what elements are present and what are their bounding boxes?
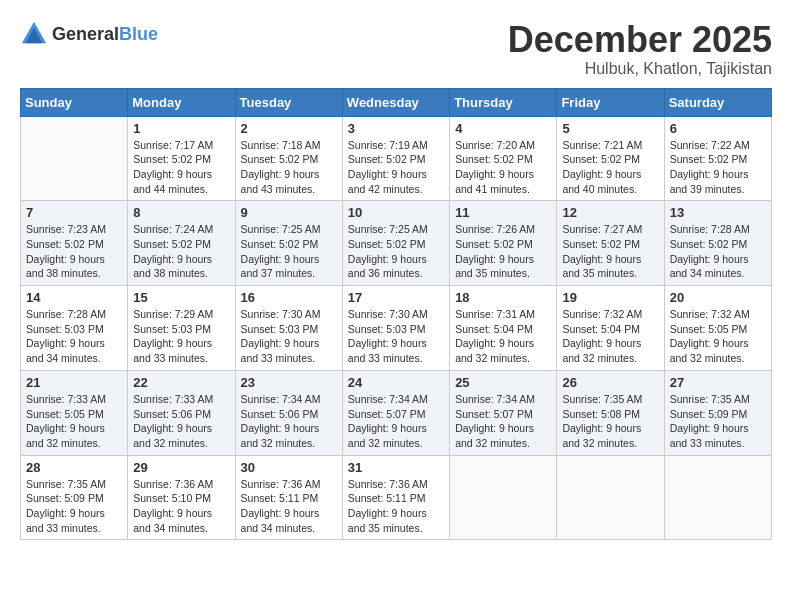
day-info: Sunrise: 7:36 AMSunset: 5:11 PMDaylight:… [241, 477, 337, 536]
day-number: 12 [562, 205, 658, 220]
day-number: 14 [26, 290, 122, 305]
day-info: Sunrise: 7:30 AMSunset: 5:03 PMDaylight:… [241, 307, 337, 366]
day-number: 25 [455, 375, 551, 390]
day-number: 13 [670, 205, 766, 220]
day-info: Sunrise: 7:36 AMSunset: 5:10 PMDaylight:… [133, 477, 229, 536]
day-number: 21 [26, 375, 122, 390]
calendar-day-cell: 16Sunrise: 7:30 AMSunset: 5:03 PMDayligh… [235, 286, 342, 371]
calendar-week-row: 28Sunrise: 7:35 AMSunset: 5:09 PMDayligh… [21, 455, 772, 540]
day-info: Sunrise: 7:20 AMSunset: 5:02 PMDaylight:… [455, 138, 551, 197]
calendar-week-row: 7Sunrise: 7:23 AMSunset: 5:02 PMDaylight… [21, 201, 772, 286]
day-info: Sunrise: 7:33 AMSunset: 5:06 PMDaylight:… [133, 392, 229, 451]
day-info: Sunrise: 7:24 AMSunset: 5:02 PMDaylight:… [133, 222, 229, 281]
day-number: 31 [348, 460, 444, 475]
calendar-day-cell: 27Sunrise: 7:35 AMSunset: 5:09 PMDayligh… [664, 370, 771, 455]
page-header: GeneralBlue December 2025 Hulbuk, Khatlo… [20, 20, 772, 78]
day-number: 15 [133, 290, 229, 305]
calendar-day-cell: 3Sunrise: 7:19 AMSunset: 5:02 PMDaylight… [342, 116, 449, 201]
calendar-day-cell: 1Sunrise: 7:17 AMSunset: 5:02 PMDaylight… [128, 116, 235, 201]
calendar-day-cell: 9Sunrise: 7:25 AMSunset: 5:02 PMDaylight… [235, 201, 342, 286]
day-info: Sunrise: 7:27 AMSunset: 5:02 PMDaylight:… [562, 222, 658, 281]
calendar-day-cell: 7Sunrise: 7:23 AMSunset: 5:02 PMDaylight… [21, 201, 128, 286]
day-info: Sunrise: 7:25 AMSunset: 5:02 PMDaylight:… [348, 222, 444, 281]
calendar-day-cell: 31Sunrise: 7:36 AMSunset: 5:11 PMDayligh… [342, 455, 449, 540]
calendar-day-cell: 15Sunrise: 7:29 AMSunset: 5:03 PMDayligh… [128, 286, 235, 371]
day-info: Sunrise: 7:35 AMSunset: 5:09 PMDaylight:… [670, 392, 766, 451]
calendar-day-cell: 28Sunrise: 7:35 AMSunset: 5:09 PMDayligh… [21, 455, 128, 540]
calendar-day-cell [450, 455, 557, 540]
title-section: December 2025 Hulbuk, Khatlon, Tajikista… [508, 20, 772, 78]
logo: GeneralBlue [20, 20, 158, 48]
day-number: 9 [241, 205, 337, 220]
day-info: Sunrise: 7:25 AMSunset: 5:02 PMDaylight:… [241, 222, 337, 281]
day-info: Sunrise: 7:30 AMSunset: 5:03 PMDaylight:… [348, 307, 444, 366]
logo-text-general: General [52, 24, 119, 44]
calendar-day-cell: 30Sunrise: 7:36 AMSunset: 5:11 PMDayligh… [235, 455, 342, 540]
day-info: Sunrise: 7:21 AMSunset: 5:02 PMDaylight:… [562, 138, 658, 197]
day-info: Sunrise: 7:32 AMSunset: 5:05 PMDaylight:… [670, 307, 766, 366]
day-info: Sunrise: 7:35 AMSunset: 5:08 PMDaylight:… [562, 392, 658, 451]
calendar-day-cell: 26Sunrise: 7:35 AMSunset: 5:08 PMDayligh… [557, 370, 664, 455]
day-info: Sunrise: 7:32 AMSunset: 5:04 PMDaylight:… [562, 307, 658, 366]
day-number: 30 [241, 460, 337, 475]
day-number: 27 [670, 375, 766, 390]
calendar: SundayMondayTuesdayWednesdayThursdayFrid… [20, 88, 772, 541]
day-number: 10 [348, 205, 444, 220]
calendar-day-cell: 21Sunrise: 7:33 AMSunset: 5:05 PMDayligh… [21, 370, 128, 455]
calendar-day-cell: 14Sunrise: 7:28 AMSunset: 5:03 PMDayligh… [21, 286, 128, 371]
weekday-header-thursday: Thursday [450, 88, 557, 116]
day-number: 19 [562, 290, 658, 305]
calendar-day-cell: 4Sunrise: 7:20 AMSunset: 5:02 PMDaylight… [450, 116, 557, 201]
day-info: Sunrise: 7:35 AMSunset: 5:09 PMDaylight:… [26, 477, 122, 536]
calendar-day-cell: 20Sunrise: 7:32 AMSunset: 5:05 PMDayligh… [664, 286, 771, 371]
calendar-week-row: 14Sunrise: 7:28 AMSunset: 5:03 PMDayligh… [21, 286, 772, 371]
day-number: 20 [670, 290, 766, 305]
weekday-header-tuesday: Tuesday [235, 88, 342, 116]
weekday-header-saturday: Saturday [664, 88, 771, 116]
calendar-day-cell: 10Sunrise: 7:25 AMSunset: 5:02 PMDayligh… [342, 201, 449, 286]
day-info: Sunrise: 7:28 AMSunset: 5:02 PMDaylight:… [670, 222, 766, 281]
day-number: 6 [670, 121, 766, 136]
calendar-day-cell: 11Sunrise: 7:26 AMSunset: 5:02 PMDayligh… [450, 201, 557, 286]
day-info: Sunrise: 7:34 AMSunset: 5:06 PMDaylight:… [241, 392, 337, 451]
calendar-day-cell: 25Sunrise: 7:34 AMSunset: 5:07 PMDayligh… [450, 370, 557, 455]
calendar-day-cell: 29Sunrise: 7:36 AMSunset: 5:10 PMDayligh… [128, 455, 235, 540]
day-info: Sunrise: 7:23 AMSunset: 5:02 PMDaylight:… [26, 222, 122, 281]
day-number: 26 [562, 375, 658, 390]
calendar-day-cell: 18Sunrise: 7:31 AMSunset: 5:04 PMDayligh… [450, 286, 557, 371]
location-title: Hulbuk, Khatlon, Tajikistan [508, 60, 772, 78]
calendar-day-cell [21, 116, 128, 201]
day-info: Sunrise: 7:18 AMSunset: 5:02 PMDaylight:… [241, 138, 337, 197]
day-info: Sunrise: 7:33 AMSunset: 5:05 PMDaylight:… [26, 392, 122, 451]
day-number: 1 [133, 121, 229, 136]
calendar-day-cell: 6Sunrise: 7:22 AMSunset: 5:02 PMDaylight… [664, 116, 771, 201]
day-number: 23 [241, 375, 337, 390]
day-info: Sunrise: 7:17 AMSunset: 5:02 PMDaylight:… [133, 138, 229, 197]
logo-icon [20, 20, 48, 48]
day-info: Sunrise: 7:29 AMSunset: 5:03 PMDaylight:… [133, 307, 229, 366]
day-number: 5 [562, 121, 658, 136]
calendar-day-cell: 2Sunrise: 7:18 AMSunset: 5:02 PMDaylight… [235, 116, 342, 201]
calendar-day-cell [557, 455, 664, 540]
day-number: 7 [26, 205, 122, 220]
calendar-day-cell: 8Sunrise: 7:24 AMSunset: 5:02 PMDaylight… [128, 201, 235, 286]
day-number: 17 [348, 290, 444, 305]
day-info: Sunrise: 7:26 AMSunset: 5:02 PMDaylight:… [455, 222, 551, 281]
day-number: 24 [348, 375, 444, 390]
day-number: 4 [455, 121, 551, 136]
weekday-header-sunday: Sunday [21, 88, 128, 116]
day-number: 8 [133, 205, 229, 220]
day-number: 28 [26, 460, 122, 475]
day-number: 18 [455, 290, 551, 305]
day-info: Sunrise: 7:34 AMSunset: 5:07 PMDaylight:… [455, 392, 551, 451]
month-title: December 2025 [508, 20, 772, 60]
calendar-day-cell: 13Sunrise: 7:28 AMSunset: 5:02 PMDayligh… [664, 201, 771, 286]
calendar-day-cell: 19Sunrise: 7:32 AMSunset: 5:04 PMDayligh… [557, 286, 664, 371]
calendar-day-cell: 5Sunrise: 7:21 AMSunset: 5:02 PMDaylight… [557, 116, 664, 201]
day-number: 3 [348, 121, 444, 136]
day-number: 16 [241, 290, 337, 305]
calendar-day-cell: 22Sunrise: 7:33 AMSunset: 5:06 PMDayligh… [128, 370, 235, 455]
day-info: Sunrise: 7:28 AMSunset: 5:03 PMDaylight:… [26, 307, 122, 366]
weekday-header-monday: Monday [128, 88, 235, 116]
day-info: Sunrise: 7:31 AMSunset: 5:04 PMDaylight:… [455, 307, 551, 366]
